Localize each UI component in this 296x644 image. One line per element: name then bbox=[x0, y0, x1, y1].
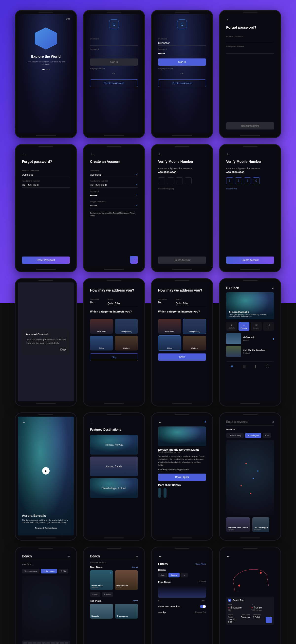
category-tile[interactable]: Cities bbox=[158, 336, 181, 350]
destination-card[interactable]: Stakkholtsgja, Iceland bbox=[90, 478, 138, 498]
distance-select[interactable]: Distance ⌄ bbox=[226, 428, 274, 431]
search-icon[interactable]: ⌕ bbox=[272, 420, 274, 424]
key[interactable]: p bbox=[65, 642, 68, 644]
filter-pill[interactable]: In the region bbox=[41, 569, 57, 574]
nav-explore-icon[interactable]: ◈ bbox=[231, 364, 233, 368]
key[interactable]: q bbox=[24, 642, 28, 644]
region-pill[interactable]: M bbox=[181, 573, 188, 578]
search-flights-button[interactable]: → bbox=[266, 616, 272, 623]
reset-button[interactable]: Reset Password bbox=[22, 256, 70, 264]
signin-button[interactable]: Sign In bbox=[90, 58, 138, 66]
chevron-down-icon[interactable]: ⌄ bbox=[22, 529, 70, 532]
category-tile[interactable]: Culture bbox=[183, 336, 206, 350]
tag-pill[interactable]: Pristine bbox=[102, 592, 114, 597]
hero-card[interactable]: Aurora Borealis The aurora borealis, off… bbox=[226, 292, 274, 320]
pin-digit[interactable]: 3 bbox=[235, 177, 242, 184]
tab-popular[interactable]: ☰Popular bbox=[238, 322, 250, 331]
pick-card[interactable]: Navagio bbox=[90, 604, 113, 618]
distance-select[interactable]: How far? ⌄ bbox=[22, 563, 70, 566]
password-input[interactable] bbox=[90, 51, 138, 56]
name-input[interactable] bbox=[108, 301, 138, 306]
create-button[interactable]: Create Account bbox=[158, 256, 206, 264]
nav-stats-icon[interactable]: ▮ bbox=[254, 364, 256, 368]
pin-digit[interactable]: 8 bbox=[244, 177, 251, 184]
related-card[interactable] bbox=[158, 488, 161, 498]
key[interactable]: o bbox=[60, 642, 64, 644]
pin-digit[interactable] bbox=[185, 177, 192, 184]
trip-type[interactable]: Round Trip bbox=[232, 599, 244, 601]
result-card[interactable]: Gili TrawanganIndonesia bbox=[252, 517, 269, 532]
search-input[interactable]: Beach bbox=[90, 554, 134, 558]
sort-value[interactable]: Cheapest First bbox=[194, 611, 206, 614]
phone-input[interactable] bbox=[90, 183, 138, 188]
travellers-value[interactable]: 1 Adult bbox=[253, 616, 263, 618]
filter-pill[interactable]: Take me away bbox=[22, 569, 40, 574]
back-icon[interactable]: ← bbox=[226, 152, 274, 156]
related-card[interactable] bbox=[164, 488, 166, 498]
toggle-switch[interactable] bbox=[200, 605, 206, 608]
see-all-link[interactable]: See all bbox=[132, 566, 138, 569]
from-value[interactable]: ● Singapore bbox=[228, 606, 249, 609]
search-input[interactable]: Beach bbox=[22, 554, 66, 558]
skip-button[interactable]: Skip bbox=[90, 354, 138, 361]
key[interactable]: u bbox=[51, 642, 55, 644]
username-input[interactable] bbox=[90, 172, 138, 177]
key[interactable]: w bbox=[28, 642, 32, 644]
back-icon[interactable]: ← bbox=[22, 420, 70, 424]
search-icon[interactable]: ⌕ bbox=[272, 286, 274, 290]
category-tile[interactable]: Adventure bbox=[158, 319, 181, 334]
pin-digit[interactable] bbox=[167, 177, 174, 184]
pin-digit[interactable] bbox=[176, 177, 183, 184]
username-input[interactable] bbox=[158, 41, 206, 46]
back-icon[interactable]: ← bbox=[158, 152, 206, 156]
class-value[interactable]: Economy bbox=[241, 616, 251, 618]
create-account-button[interactable]: Create an Account bbox=[90, 80, 138, 87]
key[interactable]: i bbox=[56, 642, 60, 644]
okay-button[interactable]: Okay bbox=[26, 348, 66, 351]
bookmark-icon[interactable]: ▮ bbox=[204, 420, 206, 424]
period-value[interactable]: 19 - 28 Feb bbox=[228, 618, 238, 623]
featured-link[interactable]: Featured Destinations bbox=[22, 527, 70, 529]
name-input[interactable] bbox=[176, 301, 206, 306]
back-icon[interactable]: ← bbox=[90, 152, 138, 156]
back-icon[interactable]: ← bbox=[158, 554, 206, 559]
filter-pill[interactable]: Take me away bbox=[226, 433, 244, 438]
email-input[interactable] bbox=[22, 172, 70, 177]
filter-pill[interactable]: A St bbox=[263, 433, 271, 438]
tab-more[interactable]: ⊟R bbox=[263, 322, 274, 331]
category-tile[interactable]: Culture bbox=[115, 336, 138, 350]
password-input[interactable] bbox=[90, 193, 138, 198]
phone-input[interactable] bbox=[226, 48, 274, 54]
tab-activity[interactable]: ▲Activity bbox=[226, 322, 237, 331]
resend-link[interactable]: Resend PIN bbox=[226, 188, 274, 190]
pin-digit[interactable] bbox=[158, 177, 165, 184]
destination-card[interactable]: Tromso, Norway bbox=[90, 435, 138, 454]
to-value[interactable]: ● Tromso bbox=[251, 606, 272, 609]
deal-card[interactable]: ▮Water VillasMaldives bbox=[90, 570, 113, 590]
play-button[interactable]: ▶ bbox=[42, 467, 50, 474]
skip-link[interactable]: Skip bbox=[22, 18, 70, 20]
filter-pill[interactable]: In the region bbox=[245, 433, 261, 438]
category-tile[interactable]: Cities bbox=[90, 336, 113, 350]
email-input[interactable] bbox=[226, 38, 274, 43]
password-input[interactable] bbox=[158, 51, 206, 56]
list-item[interactable]: Koh Phi Phi BeachesThailand bbox=[226, 346, 274, 357]
deal-card[interactable]: Playa del PeSpain bbox=[115, 570, 138, 590]
tag-pill[interactable]: Exotic bbox=[90, 592, 100, 597]
create-account-button[interactable]: Create an Account bbox=[158, 80, 206, 87]
nav-saved-icon[interactable]: ▤ bbox=[242, 364, 246, 368]
filter-link[interactable]: Filter bbox=[133, 600, 138, 602]
search-input[interactable]: Enter a keyword bbox=[226, 420, 270, 424]
key[interactable]: t bbox=[42, 642, 46, 644]
down-icon[interactable]: ↓ bbox=[90, 420, 138, 424]
destination-card[interactable]: Alaska, Canda bbox=[90, 456, 138, 476]
salutation-select[interactable]: Mr ⌄ bbox=[90, 301, 105, 304]
key[interactable]: y bbox=[46, 642, 50, 644]
price-chart[interactable] bbox=[158, 585, 206, 598]
retype-input[interactable] bbox=[90, 204, 138, 208]
back-icon[interactable]: ← bbox=[226, 554, 274, 559]
filter-pill[interactable]: A Flig bbox=[58, 569, 68, 574]
category-tile[interactable]: Backpacking bbox=[183, 319, 206, 334]
signin-button[interactable]: Sign In bbox=[158, 58, 206, 66]
back-icon[interactable]: ← bbox=[158, 420, 162, 424]
